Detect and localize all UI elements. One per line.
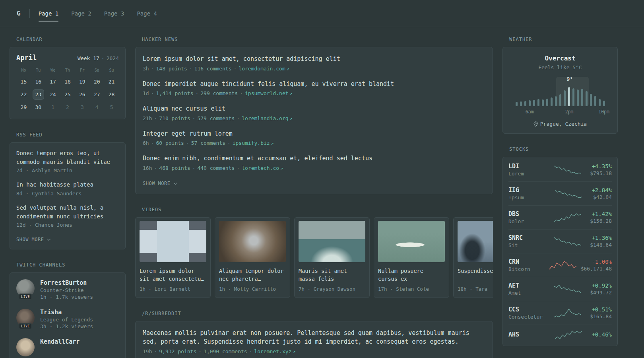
- hn-item-domain-link[interactable]: loremdomain.com↗: [239, 66, 289, 72]
- weather-bar: [559, 94, 561, 106]
- stock-ticker: AET: [508, 282, 545, 289]
- left-column: CALENDAR April Week 17·2024 MoTuWeThFrSa…: [10, 37, 126, 358]
- avatar: [16, 338, 35, 356]
- tab-page-1[interactable]: Page 1: [39, 0, 59, 27]
- rss-item-title[interactable]: In hac habitasse platea: [16, 181, 119, 189]
- video-card[interactable]: Nullam posuere cursus ex 17h · Stefan Co…: [374, 217, 449, 298]
- tab-page-3[interactable]: Page 3: [104, 0, 124, 27]
- video-card[interactable]: Suspendisse diam 18h · Tara: [453, 217, 493, 298]
- twitch-channel-row[interactable]: LIVE Trisha League of Legends 3h · 1.2k …: [16, 309, 119, 329]
- twitch-avatar-wrap: [16, 338, 35, 356]
- hn-item-domain-link[interactable]: ipsumify.biz↗: [233, 140, 274, 146]
- stock-row[interactable]: AHS +0.46%: [508, 325, 612, 345]
- reddit-post-title[interactable]: Maecenas mollis pulvinar erat non posuer…: [143, 329, 485, 346]
- page-tabs: Page 1 Page 2 Page 3 Page 4: [39, 0, 157, 27]
- calendar-week-year: Week 17·2024: [78, 55, 119, 61]
- hackernews-card: Lorem ipsum dolor sit amet, consectetur …: [135, 47, 493, 194]
- calendar-day: 4: [89, 102, 104, 113]
- stock-sparkline: [548, 260, 578, 270]
- calendar-day: 2: [60, 102, 75, 113]
- hn-item-title[interactable]: Lorem ipsum dolor sit amet, consectetur …: [143, 54, 485, 64]
- hn-item-domain-link[interactable]: ipsumworld.net↗: [245, 90, 293, 96]
- weather-bar: [594, 96, 596, 106]
- tab-page-2[interactable]: Page 2: [71, 0, 91, 27]
- twitch-channel-name[interactable]: ForrestBurton: [40, 279, 93, 286]
- video-title[interactable]: Mauris sit amet massa felis: [299, 267, 365, 284]
- show-more-label: SHOW MORE: [16, 237, 44, 242]
- video-thumbnail[interactable]: [378, 221, 445, 262]
- reddit-post-points: 9,932 points: [159, 348, 196, 354]
- twitch-channel-row[interactable]: LIVE ForrestBurton Counter-Strike 1h · 1…: [16, 279, 119, 300]
- twitch-channel-row[interactable]: KendallCarr: [16, 338, 119, 356]
- weather-time-label: 2pm: [565, 109, 574, 115]
- stock-row[interactable]: SNRCSit +1.36%$148.64: [508, 229, 612, 253]
- stock-name: Amet: [508, 290, 545, 296]
- stock-price: $795.18: [590, 170, 612, 176]
- stock-row[interactable]: LDILorem +4.35%$795.18: [508, 158, 612, 181]
- external-link-icon: ↗: [287, 66, 289, 72]
- rss-item-title[interactable]: Donec tempor eros leo, ut commodo mauris…: [16, 149, 119, 166]
- weather-bars: [509, 86, 611, 106]
- twitch-widget: TWITCH CHANNELS LIVE ForrestBurton Count…: [10, 262, 126, 358]
- stock-sparkline: [548, 212, 587, 223]
- chevron-down-icon: [47, 237, 50, 241]
- rss-show-more-button[interactable]: SHOW MORE: [16, 237, 50, 242]
- video-card[interactable]: Mauris sit amet massa felis 7h · Grayson…: [294, 217, 370, 298]
- top-nav: G Page 1 Page 2 Page 3 Page 4: [0, 0, 644, 27]
- external-link-icon: ↗: [293, 349, 295, 354]
- video-thumbnail[interactable]: [219, 221, 286, 262]
- calendar-day: 26: [75, 89, 89, 100]
- stock-row[interactable]: CCSConsectetur +0.51%$165.84: [508, 301, 612, 325]
- section-title-subreddit: /R/SUBREDDIT: [142, 311, 493, 316]
- stock-row[interactable]: IIGIpsum +2.84%$42.04: [508, 181, 612, 205]
- hn-item-time: 6h: [143, 140, 149, 146]
- twitch-channel-name[interactable]: Trisha: [40, 309, 93, 316]
- reddit-post-comments: 1,090 comments: [204, 348, 247, 354]
- video-thumbnail[interactable]: [299, 221, 365, 262]
- separator: ·: [192, 165, 196, 171]
- video-thumbnail[interactable]: [140, 221, 206, 262]
- reddit-post-domain: loremnet.xyz: [254, 348, 291, 354]
- calendar-day: 19: [75, 76, 89, 87]
- app-logo[interactable]: G: [17, 10, 21, 17]
- weather-bar: [551, 97, 553, 106]
- hn-item-title[interactable]: Aliquam nec cursus elit: [143, 104, 485, 113]
- hn-item-points: 710 points: [159, 115, 190, 121]
- hn-item-title[interactable]: Donec imperdiet augue tincidunt felis al…: [143, 80, 485, 89]
- video-title[interactable]: Aliquam tempor dolor nec pharetra…: [219, 267, 286, 284]
- hn-item-title[interactable]: Donec enim nibh, condimentum et accumsan…: [143, 154, 485, 163]
- stocks-widget: STOCKS LDILorem +4.35%$795.18 IIGIpsum +…: [502, 146, 618, 346]
- video-card[interactable]: Lorem ipsum dolor sit amet consectetu… 1…: [135, 217, 211, 298]
- stock-row[interactable]: CRNBitcorn -1.00%$66,171.48: [508, 253, 612, 277]
- hn-item-time: 3h: [143, 66, 149, 72]
- stocks-card: LDILorem +4.35%$795.18 IIGIpsum +2.84%$4…: [502, 157, 618, 346]
- rss-item-title[interactable]: Sed volutpat nulla nisl, a condimentum n…: [16, 204, 119, 221]
- hn-show-more-button[interactable]: SHOW MORE: [143, 181, 177, 186]
- hn-item-domain-link[interactable]: loremtech.co↗: [242, 165, 283, 171]
- hn-item-time: 1d: [143, 90, 149, 96]
- tab-page-4[interactable]: Page 4: [137, 0, 157, 27]
- video-title[interactable]: Nullam posuere cursus ex: [378, 267, 445, 284]
- hn-item-title[interactable]: Integer eget rutrum lorem: [143, 129, 485, 138]
- video-card[interactable]: Aliquam tempor dolor nec pharetra… 1h · …: [215, 217, 290, 298]
- stock-ticker: CCS: [508, 306, 545, 313]
- video-thumbnail[interactable]: [458, 221, 493, 262]
- video-title[interactable]: Suspendisse diam: [458, 267, 493, 284]
- stock-name: Bitcorn: [508, 266, 545, 272]
- stock-ticker: SNRC: [508, 234, 545, 241]
- hn-item-domain-link[interactable]: loremlandia.org↗: [242, 115, 293, 121]
- separator: ·: [151, 66, 154, 72]
- weather-peak-label: 9°: [567, 76, 573, 82]
- hn-item-meta: 16h·468 points·440 comments·loremtech.co…: [143, 165, 485, 171]
- video-title[interactable]: Lorem ipsum dolor sit amet consectetu…: [140, 267, 206, 284]
- stock-row[interactable]: DBSDolor +1.42%$156.28: [508, 205, 612, 229]
- hn-item-meta: 1d·1,414 points·299 comments·ipsumworld.…: [143, 90, 485, 96]
- reddit-post-domain-link[interactable]: loremnet.xyz↗: [254, 348, 295, 354]
- hn-item-domain: loremtech.co: [242, 165, 279, 171]
- hn-item-domain: loremdomain.com: [239, 66, 285, 72]
- separator: ·: [151, 90, 154, 96]
- calendar-day-header: Mo: [16, 66, 31, 74]
- stock-row[interactable]: AETAmet +0.92%$499.72: [508, 277, 612, 301]
- separator: ·: [151, 140, 154, 146]
- twitch-channel-name[interactable]: KendallCarr: [40, 338, 80, 345]
